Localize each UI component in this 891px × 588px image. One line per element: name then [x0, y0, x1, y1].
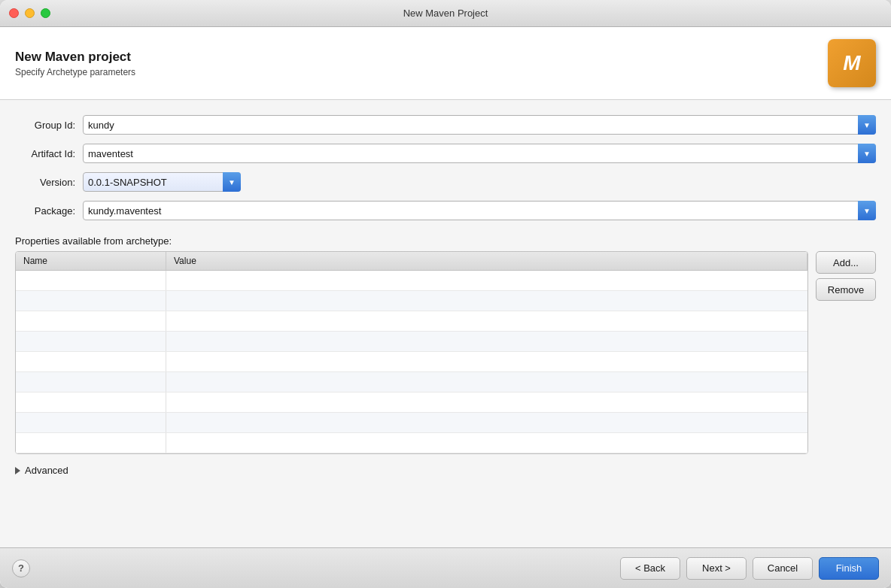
table-header: Name Value [16, 252, 807, 271]
title-bar: New Maven Project [0, 0, 891, 27]
package-input-wrapper: ▼ [83, 201, 876, 220]
header: New Maven project Specify Archetype para… [0, 27, 891, 100]
table-body [16, 271, 807, 453]
traffic-lights [9, 8, 50, 18]
table-cell-name [16, 271, 166, 290]
advanced-label: Advanced [25, 465, 68, 476]
table-cell-value [166, 311, 807, 331]
table-row[interactable] [16, 311, 807, 332]
table-cell-name [16, 311, 166, 331]
table-cell-value [166, 291, 807, 311]
group-id-input[interactable] [83, 115, 876, 135]
artifact-id-input-wrapper: ▼ [83, 144, 876, 163]
table-cell-value [166, 352, 807, 371]
table-cell-value [166, 413, 807, 432]
maven-icon: M [828, 39, 876, 87]
page-title: New Maven project [15, 50, 135, 65]
advanced-toggle[interactable]: Advanced [15, 465, 876, 476]
artifact-id-dropdown[interactable]: ▼ [858, 144, 876, 163]
version-row: Version: 0.0.1-SNAPSHOT ▼ [15, 172, 876, 192]
main-window: New Maven Project New Maven project Spec… [0, 0, 891, 588]
remove-button[interactable]: Remove [816, 278, 876, 301]
header-text: New Maven project Specify Archetype para… [15, 50, 135, 77]
table-cell-name [16, 413, 166, 432]
add-button[interactable]: Add... [816, 251, 876, 274]
table-cell-value [166, 332, 807, 351]
artifact-id-row: Artifact Id: ▼ [15, 144, 876, 163]
group-id-label: Group Id: [15, 120, 83, 131]
table-row[interactable] [16, 332, 807, 352]
table-cell-value [166, 393, 807, 412]
maximize-button[interactable] [41, 8, 50, 18]
table-cell-name [16, 291, 166, 311]
table-row[interactable] [16, 413, 807, 433]
table-header-value: Value [166, 252, 807, 270]
table-row[interactable] [16, 433, 807, 453]
back-button[interactable]: < Back [620, 557, 680, 580]
table-header-name: Name [16, 252, 166, 270]
version-select-wrapper: 0.0.1-SNAPSHOT ▼ [83, 172, 241, 192]
properties-section: Properties available from archetype: Nam… [0, 235, 891, 454]
artifact-id-label: Artifact Id: [15, 148, 83, 159]
content-area: New Maven project Specify Archetype para… [0, 27, 891, 588]
table-row[interactable] [16, 352, 807, 372]
group-id-dropdown[interactable]: ▼ [858, 115, 876, 135]
page-subtitle: Specify Archetype parameters [15, 67, 135, 77]
artifact-id-input[interactable] [83, 144, 876, 163]
minimize-button[interactable] [25, 8, 35, 18]
advanced-section: Advanced [0, 454, 891, 486]
next-button[interactable]: Next > [686, 557, 747, 580]
properties-label: Properties available from archetype: [15, 235, 876, 247]
bottom-buttons: < Back Next > Cancel Finish [620, 557, 879, 580]
finish-button[interactable]: Finish [819, 557, 879, 580]
table-row[interactable] [16, 271, 807, 291]
table-cell-value [166, 372, 807, 392]
version-select[interactable]: 0.0.1-SNAPSHOT [83, 172, 241, 192]
close-button[interactable] [9, 8, 19, 18]
form-area: Group Id: ▼ Artifact Id: ▼ Version: [0, 100, 891, 235]
window-title: New Maven Project [403, 8, 488, 19]
spacer [0, 486, 891, 547]
maven-icon-inner: M [828, 39, 876, 87]
table-cell-name [16, 372, 166, 392]
package-input[interactable] [83, 201, 876, 220]
package-dropdown[interactable]: ▼ [858, 201, 876, 220]
cancel-button[interactable]: Cancel [753, 557, 813, 580]
help-button[interactable]: ? [12, 559, 30, 577]
table-row[interactable] [16, 393, 807, 413]
package-row: Package: ▼ [15, 201, 876, 220]
maven-icon-label: M [843, 51, 860, 75]
properties-table: Name Value [15, 251, 808, 454]
group-id-input-wrapper: ▼ [83, 115, 876, 135]
table-cell-value [166, 433, 807, 453]
table-cell-name [16, 332, 166, 351]
version-label: Version: [15, 177, 83, 188]
table-cell-value [166, 271, 807, 290]
table-row[interactable] [16, 372, 807, 393]
table-cell-name [16, 352, 166, 371]
table-buttons: Add... Remove [816, 251, 876, 454]
package-label: Package: [15, 205, 83, 217]
advanced-triangle-icon [15, 467, 20, 474]
table-cell-name [16, 393, 166, 412]
table-cell-name [16, 433, 166, 453]
table-row[interactable] [16, 291, 807, 311]
properties-container: Name Value [15, 251, 876, 454]
bottom-bar: ? < Back Next > Cancel Finish [0, 547, 891, 588]
group-id-row: Group Id: ▼ [15, 115, 876, 135]
